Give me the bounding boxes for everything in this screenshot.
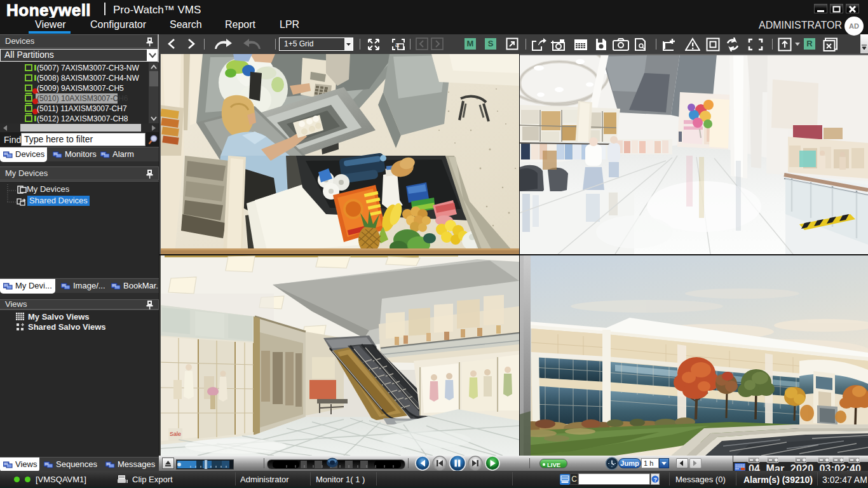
- svg-text:Sale: Sale: [170, 431, 181, 437]
- svg-text:a: a: [395, 41, 400, 48]
- svg-text:LIVE: LIVE: [547, 461, 560, 468]
- svg-text:?: ?: [654, 477, 658, 483]
